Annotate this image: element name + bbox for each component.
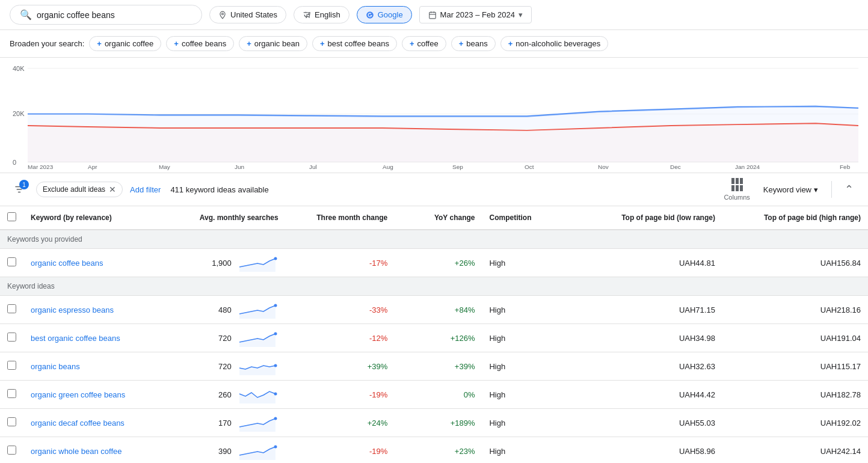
broaden-chip-2[interactable]: +organic bean (239, 36, 307, 51)
language-filter[interactable]: English (294, 6, 349, 23)
row-checkbox-cell (0, 409, 23, 437)
three-month-header[interactable]: Three month change (286, 206, 395, 230)
yoy-header[interactable]: YoY change (395, 206, 482, 230)
row-checkbox-cell (0, 437, 23, 464)
svg-text:Sep: Sep (452, 164, 463, 170)
bid-low-header[interactable]: Top of page bid (low range) (577, 206, 722, 230)
table-row: organic whole bean coffee 390 -19% +23% … (0, 437, 868, 464)
keyword-cell[interactable]: best organic coffee beans (23, 324, 169, 352)
columns-icon (731, 178, 743, 191)
row-checkbox[interactable] (7, 361, 16, 370)
add-filter-button[interactable]: Add filter (130, 185, 161, 194)
available-count: 411 keyword ideas available (170, 185, 268, 194)
keyword-cell[interactable]: organic coffee beans (23, 249, 169, 277)
row-checkbox[interactable] (7, 257, 16, 266)
row-checkbox[interactable] (7, 333, 16, 342)
broaden-chip-0[interactable]: +organic coffee (89, 36, 161, 51)
row-checkbox[interactable] (7, 446, 16, 455)
bid-low-cell: UAH34.98 (577, 324, 722, 352)
filters-bar: 1 Exclude adult ideas ✕ Add filter 411 k… (0, 173, 868, 206)
bid-high-cell: UAH242.14 (722, 437, 868, 464)
yoy-cell: 0% (395, 381, 482, 409)
bid-high-cell: UAH156.84 (722, 249, 868, 277)
location-filter[interactable]: United States (209, 6, 286, 23)
columns-label: Columns (724, 194, 749, 201)
keyword-cell[interactable]: organic whole bean coffee (23, 437, 169, 464)
avg-searches-cell: 480 (169, 296, 286, 324)
svg-text:Jun: Jun (235, 164, 244, 170)
avg-searches-cell: 720 (169, 352, 286, 381)
svg-text:Feb: Feb (840, 164, 851, 170)
svg-text:Jul: Jul (309, 164, 317, 170)
keyword-cell[interactable]: organic decaf coffee beans (23, 409, 169, 437)
yoy-cell: +126% (395, 324, 482, 352)
avg-searches-cell: 260 (169, 381, 286, 409)
svg-text:Oct: Oct (525, 164, 534, 170)
section-label-ideas: Keyword ideas (0, 277, 868, 296)
bid-low-cell: UAH58.96 (577, 437, 722, 464)
yoy-cell: +189% (395, 409, 482, 437)
keyword-view-button[interactable]: Keyword view ▾ (757, 183, 824, 197)
svg-text:Mar 2023: Mar 2023 (28, 164, 54, 170)
location-icon (218, 11, 227, 19)
row-checkbox-cell (0, 324, 23, 352)
row-checkbox[interactable] (7, 417, 16, 426)
row-checkbox[interactable] (7, 304, 16, 313)
bid-low-cell: UAH71.15 (577, 296, 722, 324)
keyword-cell[interactable]: organic espresso beans (23, 296, 169, 324)
three-month-cell: -17% (286, 249, 395, 277)
svg-text:40K: 40K (13, 65, 25, 72)
collapse-button[interactable]: ⌃ (839, 180, 858, 199)
broaden-chip-4[interactable]: +coffee (402, 36, 446, 51)
keyword-header[interactable]: Keyword (by relevance) (23, 206, 169, 230)
svg-point-29 (274, 304, 277, 307)
broaden-chip-3[interactable]: +best coffee beans (312, 36, 397, 51)
competition-cell: High (482, 324, 576, 352)
select-all-checkbox[interactable] (7, 212, 16, 221)
keyword-table: Keyword (by relevance) Avg. monthly sear… (0, 206, 868, 463)
competition-cell: High (482, 352, 576, 381)
filter-badge: 1 (19, 180, 29, 189)
chevron-down-icon: ▾ (519, 10, 523, 19)
remove-exclude-button[interactable]: ✕ (109, 185, 116, 194)
avg-searches-header[interactable]: Avg. monthly searches (169, 206, 286, 230)
trend-chart: 40K 20K 0 Mar 2023 Apr May Jun Jul Aug S… (10, 63, 858, 171)
svg-text:Apr: Apr (88, 164, 97, 170)
search-engine-label: Google (378, 10, 403, 19)
search-engine-filter[interactable]: Google (357, 6, 412, 23)
columns-button[interactable]: Columns (724, 178, 749, 201)
table-row: organic espresso beans 480 -33% +84% Hig… (0, 296, 868, 324)
svg-rect-2 (429, 12, 436, 18)
language-label: English (315, 10, 340, 19)
broaden-chip-1[interactable]: +coffee beans (166, 36, 234, 51)
table-header-row: Keyword (by relevance) Avg. monthly sear… (0, 206, 868, 230)
search-input[interactable] (37, 10, 192, 20)
broaden-row: Broaden your search: +organic coffee +co… (0, 30, 868, 58)
exclude-adult-chip[interactable]: Exclude adult ideas ✕ (36, 182, 123, 197)
date-range-picker[interactable]: Mar 2023 – Feb 2024 ▾ (419, 6, 532, 23)
chart-area: 40K 20K 0 Mar 2023 Apr May Jun Jul Aug S… (0, 58, 868, 173)
broaden-chip-6[interactable]: +non-alcoholic beverages (500, 36, 609, 51)
broaden-chip-5[interactable]: +beans (451, 36, 496, 51)
location-label: United States (230, 10, 277, 19)
svg-text:Nov: Nov (598, 164, 609, 170)
search-icon: 🔍 (20, 9, 32, 20)
keyword-cell[interactable]: organic green coffee beans (23, 381, 169, 409)
row-checkbox[interactable] (7, 389, 16, 398)
section-ideas: Keyword ideas (0, 277, 868, 296)
competition-header[interactable]: Competition (482, 206, 576, 230)
row-checkbox-cell (0, 249, 23, 277)
avg-searches-cell: 170 (169, 409, 286, 437)
svg-point-31 (274, 333, 277, 336)
table-row: organic coffee beans 1,900 -17% +26% Hig… (0, 249, 868, 277)
row-checkbox-cell (0, 381, 23, 409)
yoy-cell: +84% (395, 296, 482, 324)
filter-icon-button[interactable]: 1 (10, 180, 29, 199)
exclude-adult-label: Exclude adult ideas (43, 185, 105, 194)
bid-high-header[interactable]: Top of page bid (high range) (722, 206, 868, 230)
keyword-cell[interactable]: organic beans (23, 352, 169, 381)
search-box[interactable]: 🔍 (10, 5, 202, 25)
competition-cell: High (482, 409, 576, 437)
bid-low-cell: UAH44.81 (577, 249, 722, 277)
bid-low-cell: UAH44.42 (577, 381, 722, 409)
